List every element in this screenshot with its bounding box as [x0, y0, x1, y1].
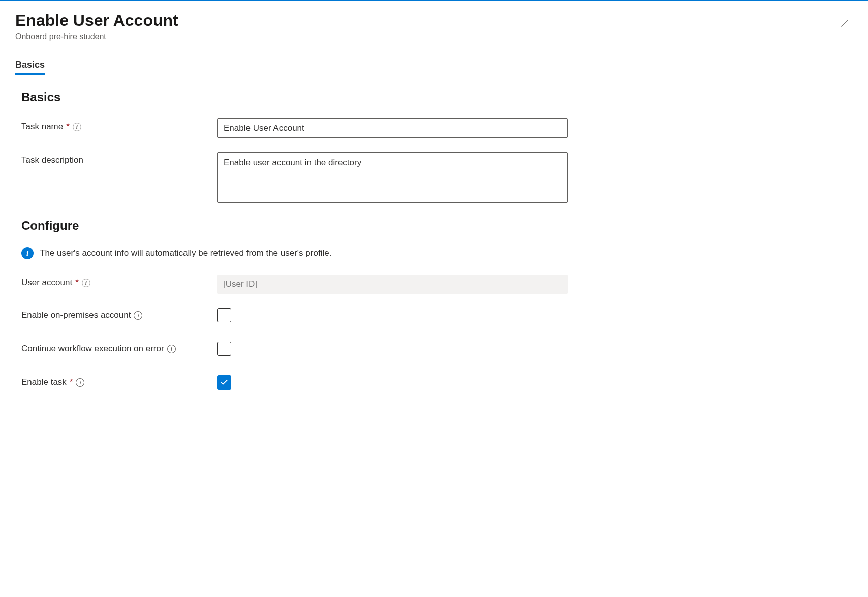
checkmark-icon [220, 378, 229, 387]
section-heading-basics: Basics [21, 90, 853, 104]
enable-on-premises-info-button[interactable]: i [134, 311, 142, 320]
info-message: The user's account info will automatical… [21, 247, 853, 259]
task-name-label: Task name [21, 122, 63, 132]
enable-task-info-button[interactable]: i [76, 378, 84, 387]
info-icon: i [167, 345, 176, 353]
panel-title: Enable User Account [15, 11, 853, 30]
form-row-task-description: Task description [21, 152, 853, 204]
info-icon: i [82, 279, 90, 287]
close-button[interactable] [836, 15, 853, 32]
enable-task-checkbox[interactable] [217, 375, 231, 390]
form-row-user-account: User account * i [21, 275, 853, 294]
required-indicator: * [70, 377, 73, 387]
panel-subtitle: Onboard pre-hire student [15, 32, 853, 41]
info-icon: i [134, 311, 142, 320]
required-indicator: * [75, 278, 79, 288]
task-description-input[interactable] [217, 152, 568, 203]
info-message-text: The user's account info will automatical… [40, 248, 331, 258]
task-name-input[interactable] [217, 118, 568, 138]
info-badge-icon [21, 247, 34, 259]
close-icon [840, 18, 850, 28]
info-icon: i [73, 123, 81, 131]
section-heading-configure: Configure [21, 219, 853, 233]
form-row-continue-on-error: Continue workflow execution on error i [21, 342, 853, 356]
continue-on-error-info-button[interactable]: i [167, 345, 176, 353]
form-row-enable-on-premises: Enable on-premises account i [21, 308, 853, 322]
form-row-task-name: Task name * i [21, 118, 853, 138]
enable-on-premises-label: Enable on-premises account [21, 310, 131, 320]
form-row-enable-task: Enable task * i [21, 375, 853, 390]
info-icon: i [76, 378, 84, 387]
user-account-info-button[interactable]: i [82, 279, 90, 287]
continue-on-error-checkbox[interactable] [217, 342, 231, 356]
enable-on-premises-checkbox[interactable] [217, 308, 231, 322]
enable-task-label: Enable task [21, 377, 67, 387]
tab-basics[interactable]: Basics [15, 56, 45, 75]
tabs-container: Basics [15, 56, 853, 75]
user-account-label: User account [21, 278, 72, 288]
user-account-input [217, 275, 568, 294]
task-description-label: Task description [21, 155, 83, 165]
required-indicator: * [66, 122, 70, 132]
task-name-info-button[interactable]: i [73, 123, 81, 131]
continue-on-error-label: Continue workflow execution on error [21, 344, 164, 354]
